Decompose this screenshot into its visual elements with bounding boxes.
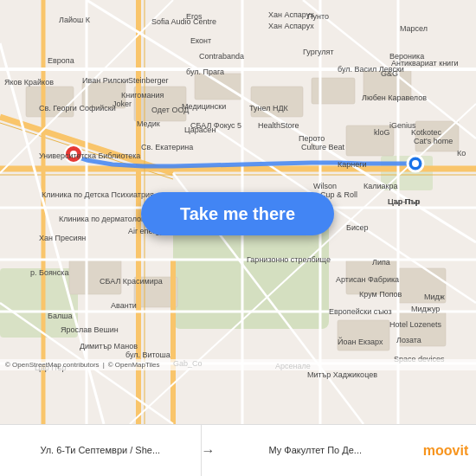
osm-attribution: © OpenStreetMap contributors	[5, 361, 100, 369]
map-attribution: © OpenStreetMap contributors | © OpenMap…	[0, 359, 476, 370]
moovit-logo: moovit	[415, 443, 476, 459]
svg-point-46	[412, 160, 419, 167]
svg-rect-8	[312, 78, 355, 104]
svg-rect-15	[398, 268, 446, 303]
svg-rect-1	[0, 268, 78, 338]
svg-rect-9	[363, 69, 411, 100]
omt-attribution: © OpenMapTiles	[108, 361, 160, 369]
svg-point-44	[70, 151, 77, 158]
destination-label: Му Факултет По Де...	[268, 444, 362, 456]
svg-rect-4	[82, 82, 125, 108]
origin-segment[interactable]: Ул. 6-Ти Септември / She...	[0, 425, 202, 476]
svg-rect-12	[69, 260, 121, 294]
svg-rect-14	[346, 260, 398, 294]
svg-rect-7	[251, 87, 303, 117]
moovit-brand-text: moovit	[423, 443, 468, 459]
destination-segment[interactable]: Му Факултет По Де...	[215, 425, 416, 476]
svg-rect-11	[346, 125, 394, 156]
svg-rect-6	[195, 74, 242, 100]
svg-rect-16	[338, 320, 389, 351]
svg-rect-3	[26, 87, 74, 117]
svg-rect-5	[134, 87, 186, 121]
bottom-navigation-bar: Ул. 6-Ти Септември / She... → Му Факулте…	[0, 424, 476, 476]
map-container: Хан АспарухГургулятбул. Васил ЛевскиЕвро…	[0, 0, 476, 424]
route-arrow: →	[202, 443, 215, 459]
origin-label: Ул. 6-Ти Септември / She...	[40, 444, 160, 456]
svg-rect-17	[398, 312, 446, 346]
take-me-there-button[interactable]: Take me there	[141, 192, 334, 235]
